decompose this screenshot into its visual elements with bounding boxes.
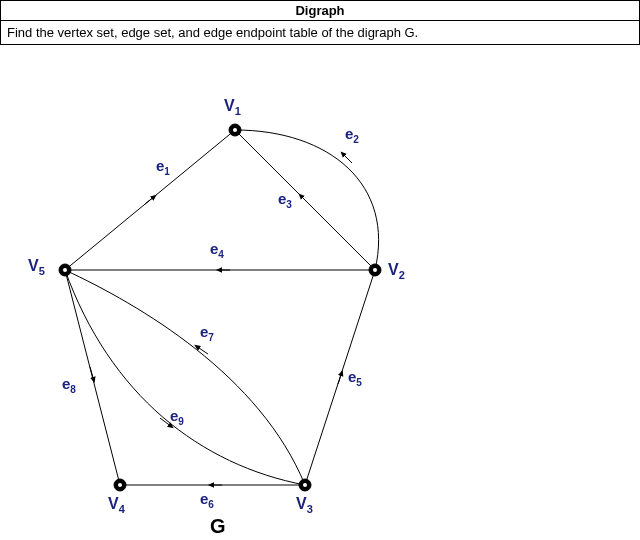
vertex-label-v5: V5: [28, 257, 45, 277]
vertex-label-v4: V4: [108, 495, 125, 515]
edge-e7: [65, 270, 305, 485]
svg-point-2: [303, 483, 307, 487]
svg-point-0: [233, 128, 237, 132]
svg-point-3: [118, 483, 122, 487]
edge-label-e8: e8: [62, 375, 76, 395]
edge-label-e1: e1: [156, 157, 170, 177]
prompt-text: Find the vertex set, edge set, and edge …: [7, 25, 418, 40]
title-bar: Digraph: [0, 0, 640, 20]
edge-e9: [65, 270, 305, 485]
vertex-label-v3: V3: [296, 495, 313, 515]
edge-label-e9: e9: [170, 407, 184, 427]
edge-label-e7: e7: [200, 323, 214, 343]
svg-point-1: [373, 268, 377, 272]
edge-label-e2: e2: [345, 125, 359, 145]
vertex-label-v1: V1: [224, 97, 241, 117]
svg-point-4: [63, 268, 67, 272]
page-title: Digraph: [295, 3, 344, 18]
edge-label-e5: e5: [348, 368, 362, 388]
prompt-bar: Find the vertex set, edge set, and edge …: [0, 20, 640, 45]
edge-label-e3: e3: [278, 190, 292, 210]
edge-label-e4: e4: [210, 240, 224, 260]
graph-name-label: G: [210, 515, 226, 538]
vertex-label-v2: V2: [388, 261, 405, 281]
digraph-svg: [0, 45, 640, 535]
graph-canvas: V1 V2 V3 V4 V5 e1 e2 e3 e4 e5 e6 e7 e8 e…: [0, 45, 640, 535]
edge-label-e6: e6: [200, 490, 214, 510]
